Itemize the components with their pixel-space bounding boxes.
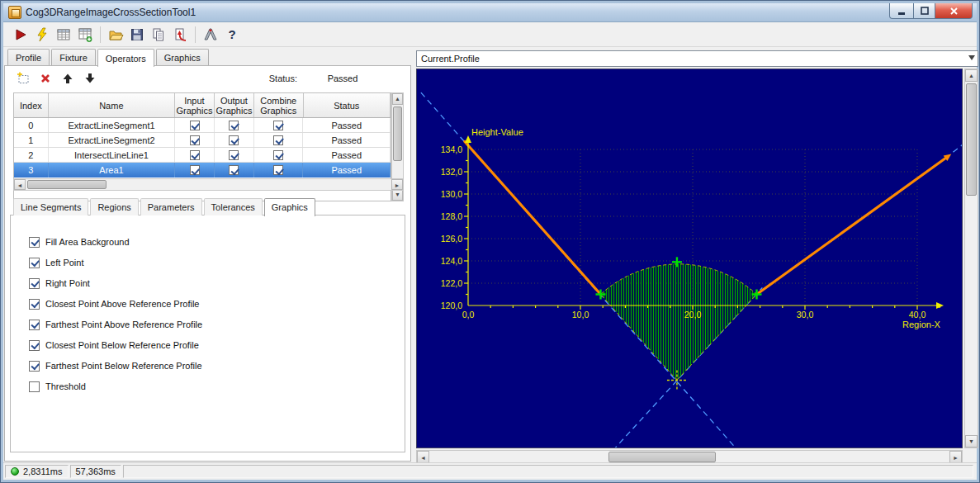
cell-index: 2	[14, 148, 49, 162]
caliper-button[interactable]	[200, 24, 221, 45]
title-bar[interactable]: Cog3DRangeImageCrossSectionTool1	[3, 3, 977, 22]
table-hscroll-thumb[interactable]	[27, 180, 107, 189]
run-button[interactable]	[10, 24, 31, 45]
move-down-button[interactable]	[82, 70, 98, 87]
scroll-up-icon[interactable]: ▲	[392, 93, 403, 105]
operator-row-intersectlineline1[interactable]: 2IntersectLineLine1Passed	[14, 148, 391, 163]
caption-buttons	[889, 3, 973, 19]
tick-label: 132,0	[441, 167, 462, 177]
checkbox-label: Farthest Point Below Reference Profile	[45, 361, 202, 371]
checkbox[interactable]	[29, 278, 40, 289]
tab-fixture[interactable]: Fixture	[51, 49, 96, 66]
scroll-down-icon[interactable]: ▼	[392, 189, 403, 201]
checkbox[interactable]	[29, 299, 40, 310]
subtab-regions[interactable]: Regions	[90, 198, 138, 215]
tick-label: 128,0	[441, 211, 462, 221]
cell-combine-graphics	[254, 118, 304, 132]
tab-operators[interactable]: Operators	[97, 49, 154, 67]
scroll-left-icon[interactable]: ◄	[417, 451, 429, 463]
operator-row-extractlinesegment2[interactable]: 1ExtractLineSegment2Passed	[14, 133, 391, 148]
import-button[interactable]	[169, 24, 191, 45]
chart-vscroll-thumb[interactable]	[966, 83, 977, 196]
graphics-option-threshold[interactable]: Threshold	[29, 380, 86, 393]
maximize-button[interactable]	[913, 3, 935, 19]
checkbox[interactable]	[29, 381, 40, 392]
delete-operator-button[interactable]	[37, 70, 54, 87]
tick-label: 126,0	[441, 234, 462, 244]
column-header-index[interactable]: Index	[14, 93, 49, 117]
graphics-option-right-point[interactable]: Right Point	[29, 277, 90, 290]
input-table-button[interactable]	[74, 24, 96, 45]
output-graphics-checkbox[interactable]	[229, 150, 239, 160]
checkbox-label: Left Point	[45, 258, 83, 268]
column-header-input-graphics[interactable]: Input Graphics	[175, 93, 215, 117]
operator-row-extractlinesegment1[interactable]: 0ExtractLineSegment1Passed	[14, 118, 391, 133]
cell-input-graphics	[175, 118, 215, 132]
status-bar: 2,8311ms 57,363ms	[3, 462, 977, 480]
checkbox[interactable]	[29, 237, 40, 248]
tab-profile[interactable]: Profile	[7, 49, 50, 66]
checkbox[interactable]	[29, 320, 40, 330]
trigger-button[interactable]	[31, 24, 53, 45]
save-button[interactable]	[126, 24, 148, 45]
tab-graphics[interactable]: Graphics	[156, 49, 209, 66]
minimize-button[interactable]	[889, 3, 913, 19]
subtab-line-segments[interactable]: Line Segments	[13, 198, 88, 215]
graphics-option-fill-area-background[interactable]: Fill Area Background	[29, 235, 130, 249]
chart-vscrollbar[interactable]: ▲ ▼	[964, 69, 978, 448]
subtab-parameters[interactable]: Parameters	[140, 198, 202, 215]
output-graphics-checkbox[interactable]	[229, 135, 239, 145]
close-button[interactable]	[935, 3, 973, 19]
combine-graphics-checkbox[interactable]	[273, 150, 283, 160]
help-button[interactable]: ?	[221, 24, 243, 45]
operator-row-area1[interactable]: 3Area1Passed	[14, 163, 391, 178]
column-header-name[interactable]: Name	[49, 93, 175, 117]
graphics-option-closest-point-below-reference-profile[interactable]: Closest Point Below Reference Profile	[29, 339, 199, 352]
checkbox-label: Right Point	[45, 278, 90, 288]
table-hscrollbar[interactable]: ◄ ►	[13, 178, 404, 191]
copy-button[interactable]	[148, 24, 169, 45]
profile-selector[interactable]: Current.Profile	[416, 50, 978, 67]
operators-tab-page: Status: Passed IndexNameInput GraphicsOu…	[4, 65, 411, 462]
column-header-status[interactable]: Status	[304, 93, 391, 117]
graphics-option-farthest-point-above-reference-profile[interactable]: Farthest Point Above Reference Profile	[29, 318, 202, 331]
results-table-button[interactable]	[53, 24, 74, 45]
column-header-output-graphics[interactable]: Output Graphics	[215, 93, 254, 117]
checkbox[interactable]	[29, 340, 40, 351]
scroll-left-icon[interactable]: ◄	[14, 179, 26, 190]
table-vscroll-thumb[interactable]	[393, 107, 402, 161]
subtab-graphics[interactable]: Graphics	[264, 198, 315, 216]
open-file-button[interactable]	[105, 24, 126, 45]
move-up-button[interactable]	[59, 70, 76, 87]
scroll-right-icon[interactable]: ►	[949, 451, 962, 463]
checkbox-label: Closest Point Below Reference Profile	[45, 340, 199, 350]
input-graphics-checkbox[interactable]	[190, 135, 200, 145]
input-table-icon	[77, 26, 93, 43]
combine-graphics-checkbox[interactable]	[273, 121, 283, 130]
subtab-tolerances[interactable]: Tolerances	[204, 198, 263, 215]
graphics-option-closest-point-above-reference-profile[interactable]: Closest Point Above Reference Profile	[29, 297, 200, 310]
input-graphics-checkbox[interactable]	[190, 165, 200, 175]
graphics-option-farthest-point-below-reference-profile[interactable]: Farthest Point Below Reference Profile	[29, 359, 202, 372]
input-graphics-checkbox[interactable]	[190, 121, 200, 130]
scroll-up-icon[interactable]: ▲	[965, 69, 978, 82]
graphics-option-left-point[interactable]: Left Point	[29, 256, 83, 269]
checkbox[interactable]	[29, 361, 40, 372]
new-operator-button[interactable]	[15, 70, 31, 87]
scroll-down-icon[interactable]: ▼	[965, 435, 978, 447]
input-graphics-checkbox[interactable]	[190, 150, 200, 160]
cell-name: ExtractLineSegment1	[49, 118, 175, 132]
column-header-combine-graphics[interactable]: Combine Graphics	[254, 93, 304, 117]
profile-panel: Current.Profile 0,010,020,030,040,0134,0…	[414, 49, 978, 465]
scroll-right-icon[interactable]: ►	[391, 179, 403, 190]
output-graphics-checkbox[interactable]	[229, 121, 239, 130]
cell-name: Area1	[49, 163, 175, 178]
checkbox[interactable]	[29, 258, 40, 268]
svg-text:?: ?	[228, 27, 235, 41]
combine-graphics-checkbox[interactable]	[273, 135, 283, 145]
chart-hscroll-thumb[interactable]	[608, 452, 716, 462]
combine-graphics-checkbox[interactable]	[273, 165, 283, 175]
output-graphics-checkbox[interactable]	[229, 165, 239, 175]
execution-time-panel: 2,8311ms	[5, 465, 69, 478]
cell-input-graphics	[175, 148, 215, 162]
